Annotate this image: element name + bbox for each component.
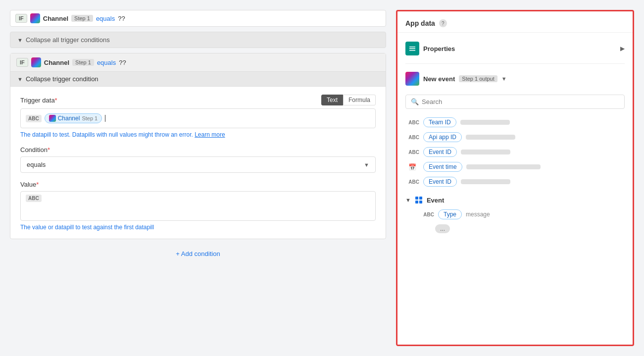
value-required: * xyxy=(36,181,39,188)
inner-equals-text: equals xyxy=(97,59,116,66)
event-id-pill-2[interactable]: Event ID xyxy=(423,177,457,187)
trigger-required: * xyxy=(55,97,57,104)
event-time-value xyxy=(466,164,541,169)
type-pill[interactable]: Type xyxy=(438,209,462,219)
list-item: ABC Team ID xyxy=(405,115,625,130)
condition-section: Condition* equals ▼ xyxy=(20,146,376,173)
svg-rect-1 xyxy=(409,49,415,50)
condition-required: * xyxy=(48,146,50,153)
team-id-value xyxy=(460,120,510,125)
collapse-all-bar[interactable]: ▼ Collapse all trigger conditions xyxy=(10,32,386,48)
collapse-all-label: Collapse all trigger conditions xyxy=(26,36,110,44)
value-section: Value* ABC The value or datapill to test… xyxy=(20,181,376,231)
collapse-trigger-arrow-icon: ▼ xyxy=(17,76,23,82)
list-item: ABC Api app ID xyxy=(405,130,625,145)
api-app-id-type: ABC xyxy=(405,135,419,140)
more-pill[interactable]: ... xyxy=(435,224,450,233)
type-abc-badge: ABC xyxy=(420,212,434,217)
condition-value: equals xyxy=(27,161,46,168)
collapse-trigger-bar[interactable]: ▼ Collapse trigger condition xyxy=(10,72,386,87)
inner-condition-content: Trigger data* Text Formula ABC Channel S… xyxy=(10,87,386,239)
top-condition-bar: IF Channel Step 1 equals ?? xyxy=(10,10,386,27)
properties-arrow-icon[interactable]: ▶ xyxy=(620,45,625,52)
event-id-pill-1[interactable]: Event ID xyxy=(423,147,457,157)
search-input[interactable] xyxy=(422,98,619,105)
top-equals-text: equals xyxy=(96,15,115,22)
condition-label: Condition* xyxy=(20,146,376,153)
collapse-all-arrow-icon: ▼ xyxy=(17,37,23,43)
type-value: message xyxy=(466,211,490,218)
condition-dropdown-arrow-icon: ▼ xyxy=(364,162,369,168)
value-label: Value* xyxy=(20,181,376,188)
cursor-indicator xyxy=(105,115,105,122)
new-event-dropdown-icon[interactable]: ▼ xyxy=(501,76,507,82)
datapill-channel-text: Channel xyxy=(58,115,80,122)
top-app-icon xyxy=(30,13,40,23)
event-label: Event xyxy=(427,197,444,204)
formula-toggle-btn[interactable]: Formula xyxy=(343,95,376,105)
api-app-id-pill[interactable]: Api app ID xyxy=(423,132,462,142)
text-toggle-btn[interactable]: Text xyxy=(321,95,343,105)
search-icon: 🔍 xyxy=(411,98,419,105)
event-id-value-1 xyxy=(461,150,510,154)
learn-more-link[interactable]: Learn more xyxy=(195,131,225,138)
team-id-type: ABC xyxy=(405,120,419,125)
trigger-data-input[interactable]: ABC Channel Step 1 xyxy=(20,108,376,128)
app-data-header: App data ? xyxy=(397,11,633,33)
event-id-type-2: ABC xyxy=(405,179,419,185)
slack-app-icon xyxy=(405,72,419,86)
event-children: ABC Type message ... xyxy=(405,207,625,236)
trigger-data-section: Trigger data* Text Formula ABC Channel S… xyxy=(20,95,376,138)
api-app-id-value xyxy=(466,135,515,140)
inner-condition-block: IF Channel Step 1 equals ?? ▼ Collapse t… xyxy=(10,53,386,239)
event-collapse-arrow-icon[interactable]: ▼ xyxy=(405,197,411,203)
search-box[interactable]: 🔍 xyxy=(405,95,625,109)
event-id-value-2 xyxy=(461,179,510,184)
channel-datapill[interactable]: Channel Step 1 xyxy=(45,113,102,123)
top-channel-label: Channel xyxy=(43,15,68,22)
value-input[interactable]: ABC xyxy=(20,191,376,221)
inner-step-badge: Step 1 xyxy=(72,59,94,66)
info-icon[interactable]: ? xyxy=(439,19,447,27)
new-event-row: New event Step 1 output ▼ xyxy=(405,68,625,90)
collapse-trigger-label: Collapse trigger condition xyxy=(26,75,99,83)
event-section: ▼ Event ABC Type xyxy=(405,193,625,236)
app-data-body[interactable]: Properties ▶ New event Step 1 output ▼ 🔍… xyxy=(397,33,633,345)
condition-select[interactable]: equals ▼ xyxy=(20,156,376,173)
datapill-step-text: Step 1 xyxy=(82,115,98,121)
calendar-icon: 📅 xyxy=(405,163,419,171)
inner-channel-label: Channel xyxy=(44,59,69,66)
svg-rect-2 xyxy=(409,50,415,51)
more-row: ... xyxy=(420,222,625,236)
top-if-badge: IF xyxy=(15,14,27,23)
properties-row: Properties ▶ xyxy=(405,39,625,58)
list-item: ABC Event ID xyxy=(405,145,625,159)
inner-if-badge: IF xyxy=(16,58,28,67)
trigger-abc-badge: ABC xyxy=(26,115,42,122)
new-event-label: New event xyxy=(423,75,455,83)
event-id-type-1: ABC xyxy=(405,150,419,155)
inner-condition-header: IF Channel Step 1 equals ?? xyxy=(10,53,386,72)
top-question-text: ?? xyxy=(118,15,125,22)
inner-question-text: ?? xyxy=(119,59,126,66)
trigger-data-header: Trigger data* Text Formula xyxy=(20,95,376,105)
event-time-pill[interactable]: Event time xyxy=(423,162,462,172)
step-output-badge: Step 1 output xyxy=(459,75,497,82)
trigger-data-label: Trigger data* xyxy=(20,97,57,104)
text-formula-toggle: Text Formula xyxy=(321,95,376,105)
left-panel: IF Channel Step 1 equals ?? ▼ Collapse a… xyxy=(10,10,386,346)
app-data-panel: App data ? Properties ▶ Ne xyxy=(396,10,634,346)
inner-app-icon xyxy=(31,57,41,67)
value-abc-badge: ABC xyxy=(26,195,42,202)
top-step-badge: Step 1 xyxy=(71,15,93,22)
divider-1 xyxy=(405,63,625,64)
list-item: 📅 Event time xyxy=(405,159,625,174)
datapill-app-icon xyxy=(49,115,56,122)
list-item: ABC Event ID xyxy=(405,174,625,189)
team-id-pill[interactable]: Team ID xyxy=(423,117,456,127)
add-condition-button[interactable]: + Add condition xyxy=(176,250,220,257)
value-hint-text: The value or datapill to test against th… xyxy=(20,224,376,231)
event-grid-icon xyxy=(414,195,424,205)
svg-rect-0 xyxy=(409,47,415,48)
trigger-hint-text: The datapill to test. Datapills with nul… xyxy=(20,131,376,138)
